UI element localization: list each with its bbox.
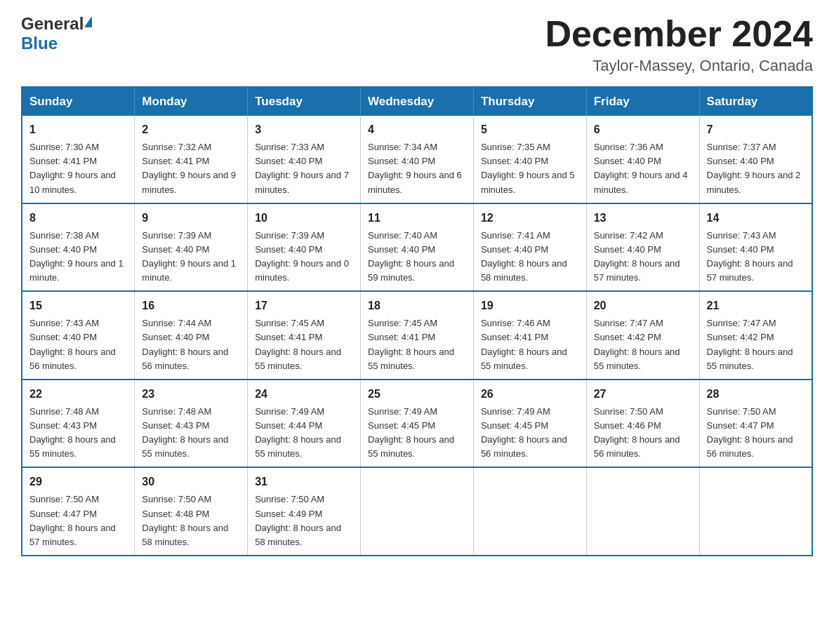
- calendar-day-cell: 11Sunrise: 7:40 AMSunset: 4:40 PMDayligh…: [361, 203, 474, 292]
- logo-area: GeneralBlue: [21, 14, 92, 53]
- day-info: Sunrise: 7:49 AMSunset: 4:45 PMDaylight:…: [368, 405, 466, 462]
- day-number: 10: [255, 210, 353, 227]
- col-wednesday: Wednesday: [361, 87, 474, 116]
- day-number: 11: [368, 210, 466, 227]
- calendar-week-row: 1Sunrise: 7:30 AMSunset: 4:41 PMDaylight…: [22, 116, 812, 203]
- calendar-day-cell: 16Sunrise: 7:44 AMSunset: 4:40 PMDayligh…: [135, 291, 248, 380]
- calendar-day-cell: 4Sunrise: 7:34 AMSunset: 4:40 PMDaylight…: [361, 116, 474, 203]
- day-number: 31: [255, 474, 353, 490]
- calendar-day-cell: 1Sunrise: 7:30 AMSunset: 4:41 PMDaylight…: [22, 116, 135, 203]
- day-info: Sunrise: 7:45 AMSunset: 4:41 PMDaylight:…: [255, 316, 353, 373]
- calendar-day-cell: 26Sunrise: 7:49 AMSunset: 4:45 PMDayligh…: [473, 380, 586, 468]
- day-info: Sunrise: 7:30 AMSunset: 4:41 PMDaylight:…: [29, 140, 127, 197]
- day-number: 1: [29, 121, 127, 138]
- day-number: 23: [142, 386, 240, 403]
- day-number: 25: [368, 386, 466, 403]
- calendar-day-cell: 7Sunrise: 7:37 AMSunset: 4:40 PMDaylight…: [699, 116, 812, 203]
- day-number: 7: [707, 121, 805, 138]
- calendar-day-cell: 12Sunrise: 7:41 AMSunset: 4:40 PMDayligh…: [473, 203, 586, 292]
- day-number: 14: [707, 210, 805, 227]
- calendar-day-cell: 14Sunrise: 7:43 AMSunset: 4:40 PMDayligh…: [699, 203, 812, 292]
- day-info: Sunrise: 7:44 AMSunset: 4:40 PMDaylight:…: [142, 316, 240, 373]
- calendar-week-row: 15Sunrise: 7:43 AMSunset: 4:40 PMDayligh…: [22, 291, 812, 380]
- calendar-header-row: Sunday Monday Tuesday Wednesday Thursday…: [22, 87, 812, 116]
- day-info: Sunrise: 7:43 AMSunset: 4:40 PMDaylight:…: [707, 229, 805, 286]
- calendar-day-cell: 8Sunrise: 7:38 AMSunset: 4:40 PMDaylight…: [22, 203, 135, 292]
- day-info: Sunrise: 7:36 AMSunset: 4:40 PMDaylight:…: [594, 140, 692, 197]
- day-number: 2: [142, 121, 240, 138]
- day-number: 8: [29, 210, 127, 227]
- day-info: Sunrise: 7:35 AMSunset: 4:40 PMDaylight:…: [481, 140, 579, 197]
- day-info: Sunrise: 7:50 AMSunset: 4:47 PMDaylight:…: [707, 405, 805, 462]
- day-info: Sunrise: 7:32 AMSunset: 4:41 PMDaylight:…: [142, 140, 240, 197]
- day-info: Sunrise: 7:47 AMSunset: 4:42 PMDaylight:…: [707, 316, 805, 373]
- day-number: 24: [255, 386, 353, 403]
- day-number: 26: [481, 386, 579, 403]
- day-number: 15: [29, 297, 127, 314]
- col-sunday: Sunday: [22, 87, 135, 116]
- day-info: Sunrise: 7:39 AMSunset: 4:40 PMDaylight:…: [142, 229, 240, 286]
- calendar-day-cell: [699, 467, 812, 556]
- calendar-day-cell: 19Sunrise: 7:46 AMSunset: 4:41 PMDayligh…: [473, 291, 586, 380]
- day-number: 16: [142, 297, 240, 314]
- calendar-day-cell: 5Sunrise: 7:35 AMSunset: 4:40 PMDaylight…: [473, 116, 586, 203]
- day-number: 3: [255, 121, 353, 138]
- day-number: 30: [142, 474, 240, 490]
- col-tuesday: Tuesday: [248, 87, 361, 116]
- calendar-day-cell: 27Sunrise: 7:50 AMSunset: 4:46 PMDayligh…: [586, 380, 699, 468]
- day-info: Sunrise: 7:45 AMSunset: 4:41 PMDaylight:…: [368, 316, 466, 373]
- calendar-day-cell: 15Sunrise: 7:43 AMSunset: 4:40 PMDayligh…: [22, 291, 135, 380]
- logo-text: GeneralBlue: [21, 14, 92, 53]
- calendar-day-cell: 13Sunrise: 7:42 AMSunset: 4:40 PMDayligh…: [586, 203, 699, 292]
- day-info: Sunrise: 7:40 AMSunset: 4:40 PMDaylight:…: [368, 229, 466, 286]
- calendar-week-row: 22Sunrise: 7:48 AMSunset: 4:43 PMDayligh…: [22, 380, 812, 468]
- calendar-day-cell: 21Sunrise: 7:47 AMSunset: 4:42 PMDayligh…: [699, 291, 812, 380]
- day-number: 18: [368, 297, 466, 314]
- day-info: Sunrise: 7:34 AMSunset: 4:40 PMDaylight:…: [368, 140, 466, 197]
- calendar-day-cell: 2Sunrise: 7:32 AMSunset: 4:41 PMDaylight…: [135, 116, 248, 203]
- col-monday: Monday: [135, 87, 248, 116]
- calendar-day-cell: 29Sunrise: 7:50 AMSunset: 4:47 PMDayligh…: [22, 467, 135, 556]
- calendar-table: Sunday Monday Tuesday Wednesday Thursday…: [21, 86, 813, 556]
- day-info: Sunrise: 7:50 AMSunset: 4:49 PMDaylight:…: [255, 492, 353, 549]
- day-number: 22: [29, 386, 127, 403]
- calendar-day-cell: [361, 467, 474, 556]
- day-number: 17: [255, 297, 353, 314]
- day-number: 20: [594, 297, 692, 314]
- calendar-day-cell: 3Sunrise: 7:33 AMSunset: 4:40 PMDaylight…: [248, 116, 361, 203]
- col-saturday: Saturday: [699, 87, 812, 116]
- calendar-day-cell: [473, 467, 586, 556]
- day-number: 9: [142, 210, 240, 227]
- calendar-day-cell: 17Sunrise: 7:45 AMSunset: 4:41 PMDayligh…: [248, 291, 361, 380]
- day-number: 21: [707, 297, 805, 314]
- day-info: Sunrise: 7:47 AMSunset: 4:42 PMDaylight:…: [594, 316, 692, 373]
- day-number: 12: [481, 210, 579, 227]
- day-number: 29: [29, 474, 127, 490]
- day-info: Sunrise: 7:39 AMSunset: 4:40 PMDaylight:…: [255, 229, 353, 286]
- col-thursday: Thursday: [473, 87, 586, 116]
- day-number: 5: [481, 121, 579, 138]
- calendar-day-cell: 28Sunrise: 7:50 AMSunset: 4:47 PMDayligh…: [699, 380, 812, 468]
- day-number: 27: [594, 386, 692, 403]
- day-info: Sunrise: 7:43 AMSunset: 4:40 PMDaylight:…: [29, 316, 127, 373]
- calendar-day-cell: 31Sunrise: 7:50 AMSunset: 4:49 PMDayligh…: [248, 467, 361, 556]
- calendar-day-cell: [586, 467, 699, 556]
- page-header: GeneralBlue December 2024 Taylor-Massey,…: [21, 14, 813, 75]
- day-number: 6: [594, 121, 692, 138]
- day-number: 4: [368, 121, 466, 138]
- day-info: Sunrise: 7:42 AMSunset: 4:40 PMDaylight:…: [594, 229, 692, 286]
- calendar-day-cell: 18Sunrise: 7:45 AMSunset: 4:41 PMDayligh…: [361, 291, 474, 380]
- day-info: Sunrise: 7:46 AMSunset: 4:41 PMDaylight:…: [481, 316, 579, 373]
- month-title: December 2024: [545, 14, 813, 54]
- day-info: Sunrise: 7:48 AMSunset: 4:43 PMDaylight:…: [29, 405, 127, 462]
- title-area: December 2024 Taylor-Massey, Ontario, Ca…: [545, 14, 813, 75]
- calendar-day-cell: 22Sunrise: 7:48 AMSunset: 4:43 PMDayligh…: [22, 380, 135, 468]
- day-info: Sunrise: 7:50 AMSunset: 4:48 PMDaylight:…: [142, 492, 240, 549]
- calendar-day-cell: 23Sunrise: 7:48 AMSunset: 4:43 PMDayligh…: [135, 380, 248, 468]
- day-info: Sunrise: 7:48 AMSunset: 4:43 PMDaylight:…: [142, 405, 240, 462]
- day-info: Sunrise: 7:49 AMSunset: 4:45 PMDaylight:…: [481, 405, 579, 462]
- day-info: Sunrise: 7:49 AMSunset: 4:44 PMDaylight:…: [255, 405, 353, 462]
- col-friday: Friday: [586, 87, 699, 116]
- calendar-day-cell: 10Sunrise: 7:39 AMSunset: 4:40 PMDayligh…: [248, 203, 361, 292]
- calendar-day-cell: 30Sunrise: 7:50 AMSunset: 4:48 PMDayligh…: [135, 467, 248, 556]
